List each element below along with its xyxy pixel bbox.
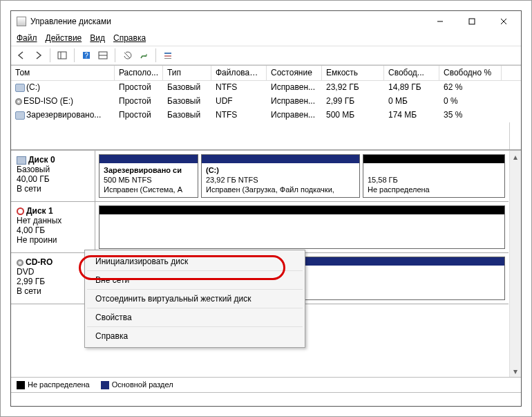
- column-free[interactable]: Свобод...: [384, 66, 439, 80]
- context-item-offline[interactable]: Вне сети: [87, 271, 303, 290]
- svg-text:?: ?: [84, 52, 88, 59]
- volume-list: Том Располо... Тип Файловая с... Состоян…: [11, 66, 521, 151]
- minimize-button[interactable]: [424, 11, 456, 32]
- titlebar: Управление дисками: [11, 11, 521, 32]
- context-item-properties[interactable]: Свойства: [87, 308, 303, 327]
- forward-button[interactable]: [30, 48, 46, 63]
- app-icon: [17, 17, 26, 26]
- column-volume[interactable]: Том: [11, 66, 115, 80]
- warning-icon: [17, 207, 24, 215]
- partition-stripe: [202, 155, 359, 163]
- partition-stripe: [99, 206, 504, 214]
- volume-row[interactable]: (C:) Простой Базовый NTFS Исправен... 23…: [11, 81, 521, 95]
- status-bar: [11, 392, 521, 406]
- menu-file[interactable]: Файл: [17, 33, 37, 43]
- column-layout[interactable]: Располо...: [115, 66, 163, 80]
- partition-stripe: [363, 155, 504, 163]
- scroll-up-icon[interactable]: ▴: [510, 151, 521, 163]
- close-button[interactable]: [488, 11, 520, 32]
- context-item-detach-vhd[interactable]: Отсоединить виртуальный жесткий диск: [87, 290, 303, 308]
- volume-row[interactable]: Зарезервировано... Простой Базовый NTFS …: [11, 109, 521, 122]
- refresh-button[interactable]: [120, 48, 135, 63]
- partition[interactable]: (C:)23,92 ГБ NTFSИсправен (Загрузка, Фай…: [201, 154, 360, 198]
- menu-action[interactable]: Действие: [46, 33, 82, 43]
- cd-icon: [17, 259, 23, 266]
- disk-header[interactable]: Диск 1 Нет данных 4,00 ГБ Не проини: [11, 202, 95, 252]
- column-filesystem[interactable]: Файловая с...: [211, 66, 267, 80]
- partition[interactable]: [99, 205, 505, 249]
- legend-swatch-primary: [101, 381, 109, 389]
- svg-rect-11: [164, 55, 171, 57]
- list-view-button[interactable]: [160, 48, 175, 63]
- column-capacity[interactable]: Емкость: [322, 66, 384, 80]
- window-title: Управление дисками: [30, 17, 424, 26]
- scroll-down-icon[interactable]: ▾: [510, 365, 521, 377]
- maximize-button[interactable]: [456, 11, 488, 32]
- context-item-initialize-disk[interactable]: Инициализировать диск: [87, 252, 303, 271]
- svg-rect-1: [469, 19, 475, 24]
- legend-swatch-unallocated: [17, 381, 25, 389]
- context-menu: Инициализировать диск Вне сети Отсоедини…: [84, 250, 305, 348]
- toolbar: ?: [11, 46, 521, 65]
- disk-icon: [15, 111, 25, 120]
- menubar: Файл Действие Вид Справка: [11, 32, 521, 46]
- help-button[interactable]: ?: [79, 48, 94, 63]
- volume-list-header: Том Располо... Тип Файловая с... Состоян…: [11, 66, 521, 81]
- disk-header[interactable]: CD-RO DVD 2,99 ГБ В сети: [11, 253, 95, 304]
- disk-icon: [17, 156, 26, 165]
- menu-view[interactable]: Вид: [90, 33, 105, 43]
- context-item-help[interactable]: Справка: [87, 327, 303, 345]
- menu-help[interactable]: Справка: [113, 33, 146, 43]
- column-type[interactable]: Тип: [163, 66, 211, 80]
- volume-row[interactable]: ESD-ISO (E:) Простой Базовый UDF Исправе…: [11, 95, 521, 109]
- legend: Не распределена Основной раздел: [11, 377, 521, 392]
- partition[interactable]: Зарезервировано си500 МБ NTFSИсправен (С…: [99, 154, 198, 198]
- disk-icon: [15, 84, 25, 92]
- svg-rect-10: [164, 53, 171, 54]
- show-hide-console-tree-button[interactable]: [55, 48, 70, 63]
- column-free-pct[interactable]: Свободно %: [439, 66, 502, 80]
- partition[interactable]: 15,58 ГБНе распределена: [363, 154, 505, 198]
- svg-rect-12: [164, 58, 171, 59]
- rescan-disks-button[interactable]: [136, 48, 151, 63]
- disk-row[interactable]: Диск 1 Нет данных 4,00 ГБ Не проини: [11, 202, 509, 253]
- disk-header[interactable]: Диск 0 Базовый 40,00 ГБ В сети: [11, 151, 95, 201]
- vertical-scrollbar[interactable]: ▴ ▾: [509, 151, 521, 377]
- view-settings-button[interactable]: [95, 48, 111, 63]
- column-status[interactable]: Состояние: [267, 66, 322, 80]
- cd-icon: [15, 98, 22, 105]
- disk-row[interactable]: Диск 0 Базовый 40,00 ГБ В сети Зарезерви…: [11, 151, 509, 202]
- back-button[interactable]: [14, 48, 29, 63]
- svg-rect-4: [58, 52, 66, 59]
- partition-stripe: [99, 155, 198, 163]
